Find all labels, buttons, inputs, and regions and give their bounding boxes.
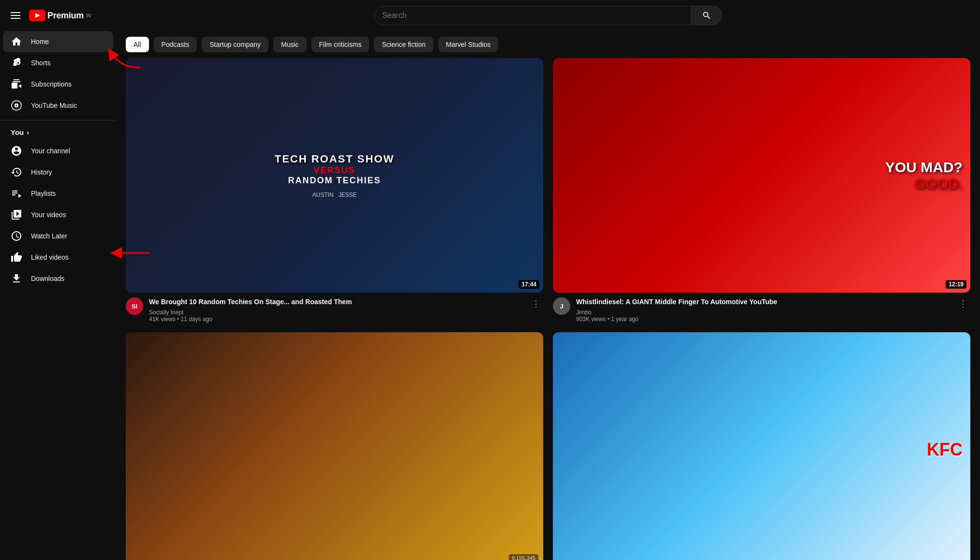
sidebar-header: PremiumIN: [0, 0, 116, 31]
search-button[interactable]: [691, 6, 722, 25]
channel-name-v1: Socially Inept: [149, 309, 523, 316]
sidebar-item-playlists[interactable]: Playlists: [3, 183, 113, 204]
sidebar-item-youtube-music[interactable]: YouTube Music: [3, 95, 113, 116]
sidebar-item-history[interactable]: History: [3, 162, 113, 183]
sidebar-item-home[interactable]: Home: [3, 31, 113, 52]
logo-text: Premium: [47, 11, 84, 21]
you-chevron-icon: ›: [27, 129, 29, 136]
channel-avatar-v1: SI: [126, 297, 143, 315]
video-stats-v1: 41K views • 11 days ago: [149, 316, 523, 323]
liked-videos-icon: [11, 251, 22, 263]
music-icon: [11, 100, 22, 111]
watch-later-icon: [11, 230, 22, 242]
sidebar-item-label-history: History: [31, 168, 52, 176]
filter-chips: AllPodcastsStartup companyMusicFilm crit…: [116, 31, 980, 58]
you-label: You: [11, 128, 24, 136]
video-title-v1: We Brought 10 Random Techies On Stage...…: [149, 297, 523, 307]
sidebar-item-channel[interactable]: Your channel: [3, 140, 113, 162]
sidebar-item-label-liked-videos: Liked videos: [31, 253, 69, 261]
you-section-header[interactable]: You ›: [0, 124, 116, 140]
channel-name-v2: Jimbo: [576, 309, 950, 316]
video-thumbnail-v1: TECH ROAST SHOW VERSUS RANDOM TECHIES AU…: [126, 58, 543, 293]
video-title-v2: Whistlindiesel: A GIANT Middle Finger To…: [576, 297, 950, 307]
filter-chip-marvel[interactable]: Marvel Studios: [438, 37, 499, 52]
sidebar-item-label-home: Home: [31, 38, 49, 45]
video-thumbnail-v2: YOU MAD? GOOD. 12:19: [553, 58, 970, 293]
search-icon: [702, 11, 712, 20]
filter-chip-film[interactable]: Film criticisms: [312, 37, 370, 52]
filter-chip-music[interactable]: Music: [273, 37, 307, 52]
filter-chip-startup[interactable]: Startup company: [202, 37, 268, 52]
video-card-v3[interactable]: 9,155,345 EHow to Build a Business From …: [126, 332, 543, 560]
search-bar: [374, 6, 722, 25]
video-card-v2[interactable]: YOU MAD? GOOD. 12:19JWhistlindiesel: A G…: [553, 58, 970, 323]
filter-chip-scifi[interactable]: Science fiction: [374, 37, 433, 52]
video-stats-v2: 903K views • 1 year ago: [576, 316, 950, 323]
shorts-icon: [11, 57, 22, 69]
sidebar-item-your-videos[interactable]: Your videos: [3, 204, 113, 225]
duration-badge-v2: 12:19: [946, 280, 966, 289]
video-more-button-v2[interactable]: ⋮: [956, 297, 970, 310]
video-card-v4[interactable]: KFCBWhy KFC Is Failing In This CountryBu…: [553, 332, 970, 560]
search-input-wrap: [374, 6, 691, 25]
sidebar-item-label-channel: Your channel: [31, 147, 70, 155]
topbar: [116, 0, 980, 31]
history-icon: [11, 166, 22, 178]
your-videos-icon: [11, 209, 22, 221]
channel-icon: [11, 145, 22, 157]
sidebar-item-label-your-videos: Your videos: [31, 211, 66, 219]
video-card-v1[interactable]: TECH ROAST SHOW VERSUS RANDOM TECHIES AU…: [126, 58, 543, 323]
subscriptions-icon: [11, 78, 22, 90]
svg-point-4: [16, 105, 17, 106]
sidebar-item-label-subscriptions: Subscriptions: [31, 80, 72, 88]
sidebar-item-label-playlists: Playlists: [31, 190, 56, 197]
video-grid: TECH ROAST SHOW VERSUS RANDOM TECHIES AU…: [116, 58, 980, 560]
video-info-v2: JWhistlindiesel: A GIANT Middle Finger T…: [553, 297, 970, 323]
filter-chip-podcasts[interactable]: Podcasts: [154, 37, 197, 52]
channel-avatar-v2: J: [553, 297, 570, 315]
sidebar-item-downloads[interactable]: Downloads: [3, 268, 113, 289]
youtube-logo-icon: [29, 10, 45, 21]
sidebar-item-subscriptions[interactable]: Subscriptions: [3, 74, 113, 95]
video-thumbnail-v4: KFC: [553, 332, 970, 560]
logo[interactable]: PremiumIN: [29, 10, 91, 21]
sidebar-item-liked-videos[interactable]: Liked videos: [3, 247, 113, 268]
duration-badge-v1: 17:44: [519, 280, 539, 289]
downloads-icon: [11, 273, 22, 284]
video-thumbnail-v3: 9,155,345: [126, 332, 543, 560]
sidebar-item-label-watch-later: Watch Later: [31, 232, 67, 240]
sidebar-item-label-music: YouTube Music: [31, 102, 77, 109]
logo-badge: IN: [86, 13, 91, 18]
sidebar-item-label-shorts: Shorts: [31, 59, 50, 67]
search-input[interactable]: [382, 11, 683, 20]
sidebar-item-shorts[interactable]: Shorts: [3, 52, 113, 74]
filter-chip-all[interactable]: All: [126, 37, 149, 52]
sidebar-item-label-downloads: Downloads: [31, 275, 64, 282]
playlists-icon: [11, 188, 22, 199]
sidebar-divider: [0, 120, 116, 120]
hamburger-button[interactable]: [8, 9, 23, 22]
video-info-v1: SIWe Brought 10 Random Techies On Stage.…: [126, 297, 543, 323]
sidebar-item-watch-later[interactable]: Watch Later: [3, 225, 113, 247]
video-more-button-v1[interactable]: ⋮: [529, 297, 543, 310]
home-icon: [11, 36, 22, 47]
